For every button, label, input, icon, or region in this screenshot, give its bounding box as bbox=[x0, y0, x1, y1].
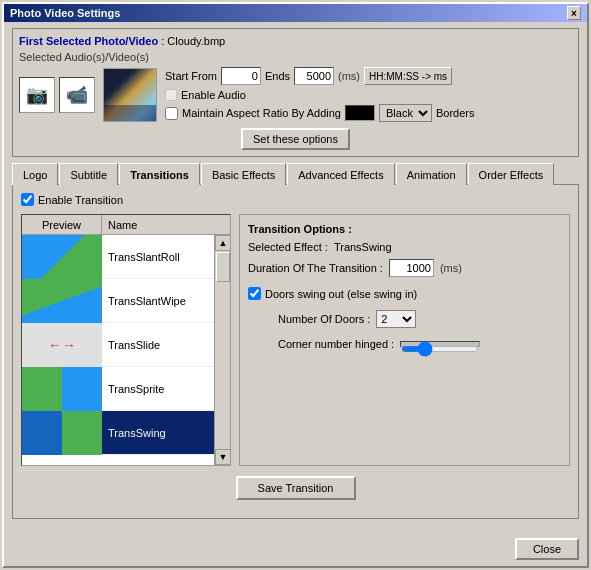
transition-body: Preview Name TransSlantRoll bbox=[21, 214, 570, 466]
list-item[interactable]: TransSlantWipe bbox=[22, 279, 230, 323]
preview-swing bbox=[22, 411, 102, 455]
tab-transitions[interactable]: Transitions bbox=[119, 163, 200, 185]
ends-input[interactable] bbox=[294, 67, 334, 85]
corner-slider-track bbox=[400, 341, 480, 347]
num-doors-row: Number Of Doors : 2 4 bbox=[248, 310, 561, 328]
preview-col-header: Preview bbox=[22, 215, 102, 234]
photo-thumbnail bbox=[103, 68, 157, 122]
start-from-label: Start From bbox=[165, 70, 217, 82]
slide-arrows-icon: ←→ bbox=[48, 337, 76, 353]
options-title: Transition Options : bbox=[248, 223, 561, 235]
preview-slant-roll bbox=[22, 235, 102, 279]
maintain-label: Maintain Aspect Ratio By Adding bbox=[182, 107, 341, 119]
color-select[interactable]: Black bbox=[379, 104, 432, 122]
enable-transition-label: Enable Transition bbox=[38, 194, 123, 206]
item-name: TransSlantWipe bbox=[102, 295, 230, 307]
video-icon: 📹 bbox=[59, 77, 95, 113]
enable-transition-checkbox[interactable] bbox=[21, 193, 34, 206]
title-close-button[interactable]: × bbox=[567, 6, 581, 20]
doors-swing-label: Doors swing out (else swing in) bbox=[265, 288, 417, 300]
color-swatch bbox=[345, 105, 375, 121]
list-item[interactable]: ←→ TransSlide bbox=[22, 323, 230, 367]
bottom-bar: Close bbox=[507, 532, 587, 566]
duration-ms: (ms) bbox=[440, 262, 462, 274]
selected-effect-row: Selected Effect : TransSwing bbox=[248, 241, 561, 253]
duration-input[interactable] bbox=[389, 259, 434, 277]
scroll-up-button[interactable]: ▲ bbox=[215, 235, 231, 251]
transition-list: TransSlantRoll TransSlantWipe bbox=[22, 235, 230, 465]
tab-subtitle[interactable]: Subtitle bbox=[59, 163, 118, 185]
duration-label: Duration Of The Transition : bbox=[248, 262, 383, 274]
corner-row: Corner number hinged : bbox=[248, 338, 561, 350]
doors-swing-checkbox[interactable] bbox=[248, 287, 261, 300]
item-name: TransSprite bbox=[102, 383, 230, 395]
corner-slider[interactable] bbox=[401, 346, 479, 352]
camera-icon: 📷 bbox=[19, 77, 55, 113]
name-col-header: Name bbox=[102, 215, 214, 234]
tab-animation[interactable]: Animation bbox=[396, 163, 467, 185]
scroll-down-button[interactable]: ▼ bbox=[215, 449, 231, 465]
transition-options-panel: Transition Options : Selected Effect : T… bbox=[239, 214, 570, 466]
close-button[interactable]: Close bbox=[515, 538, 579, 560]
start-from-input[interactable] bbox=[221, 67, 261, 85]
num-doors-select[interactable]: 2 4 bbox=[376, 310, 416, 328]
save-transition-button[interactable]: Save Transition bbox=[236, 476, 356, 500]
list-item[interactable]: TransSprite bbox=[22, 367, 230, 411]
preview-sprite bbox=[22, 367, 102, 411]
doors-swing-row: Doors swing out (else swing in) bbox=[248, 287, 561, 300]
maintain-aspect-checkbox[interactable] bbox=[165, 107, 178, 120]
tab-basic-effects[interactable]: Basic Effects bbox=[201, 163, 286, 185]
filename-value: Cloudy.bmp bbox=[167, 35, 225, 47]
title-bar: Photo Video Settings × bbox=[4, 4, 587, 22]
tabs-container: Logo Subtitle Transitions Basic Effects … bbox=[12, 163, 579, 185]
set-options-button[interactable]: Set these options bbox=[241, 128, 350, 150]
main-window: Photo Video Settings × First Selected Ph… bbox=[2, 2, 589, 568]
borders-label: Borders bbox=[436, 107, 475, 119]
hhmm-button[interactable]: HH:MM:SS -> ms bbox=[364, 67, 452, 85]
window-title: Photo Video Settings bbox=[10, 7, 120, 19]
tab-content: Enable Transition Preview Name bbox=[12, 184, 579, 519]
list-scrollbar[interactable]: ▲ ▼ bbox=[214, 235, 230, 465]
list-item[interactable]: TransSlantRoll bbox=[22, 235, 230, 279]
selected-effect-value: TransSwing bbox=[334, 241, 392, 253]
top-panel: First Selected Photo/Video : Cloudy.bmp … bbox=[12, 28, 579, 157]
duration-row: Duration Of The Transition : (ms) bbox=[248, 259, 561, 277]
item-name: TransSlantRoll bbox=[102, 251, 230, 263]
corner-label: Corner number hinged : bbox=[278, 338, 394, 350]
preview-slide: ←→ bbox=[22, 323, 102, 367]
num-doors-label: Number Of Doors : bbox=[278, 313, 370, 325]
tab-advanced-effects[interactable]: Advanced Effects bbox=[287, 163, 394, 185]
ms-label: (ms) bbox=[338, 70, 360, 82]
tab-order-effects[interactable]: Order Effects bbox=[468, 163, 555, 185]
transition-list-panel: Preview Name TransSlantRoll bbox=[21, 214, 231, 466]
list-header: Preview Name bbox=[22, 215, 230, 235]
scroll-thumb[interactable] bbox=[216, 252, 230, 282]
selected-effect-label: Selected Effect : bbox=[248, 241, 328, 253]
enable-audio-label: Enable Audio bbox=[181, 89, 246, 101]
item-name: TransSwing bbox=[102, 427, 230, 439]
ends-label: Ends bbox=[265, 70, 290, 82]
enable-audio-checkbox[interactable] bbox=[165, 89, 177, 101]
section-label: First Selected Photo/Video bbox=[19, 35, 158, 47]
preview-slant-wipe bbox=[22, 279, 102, 323]
list-item-selected[interactable]: TransSwing bbox=[22, 411, 230, 455]
tab-logo[interactable]: Logo bbox=[12, 163, 58, 185]
item-name: TransSlide bbox=[102, 339, 230, 351]
audio-label: Selected Audio(s)/Video(s) bbox=[19, 51, 572, 63]
